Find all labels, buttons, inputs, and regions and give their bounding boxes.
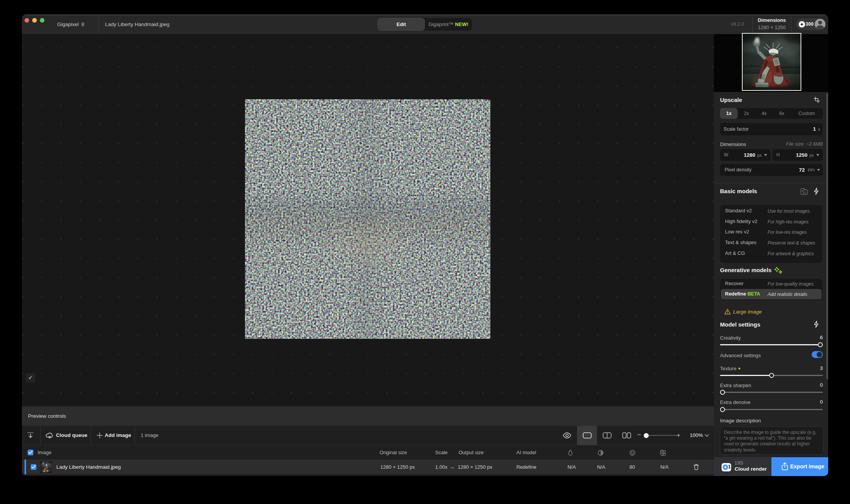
svg-text:A: A [802,190,804,192]
svg-text:B: B [804,191,806,194]
